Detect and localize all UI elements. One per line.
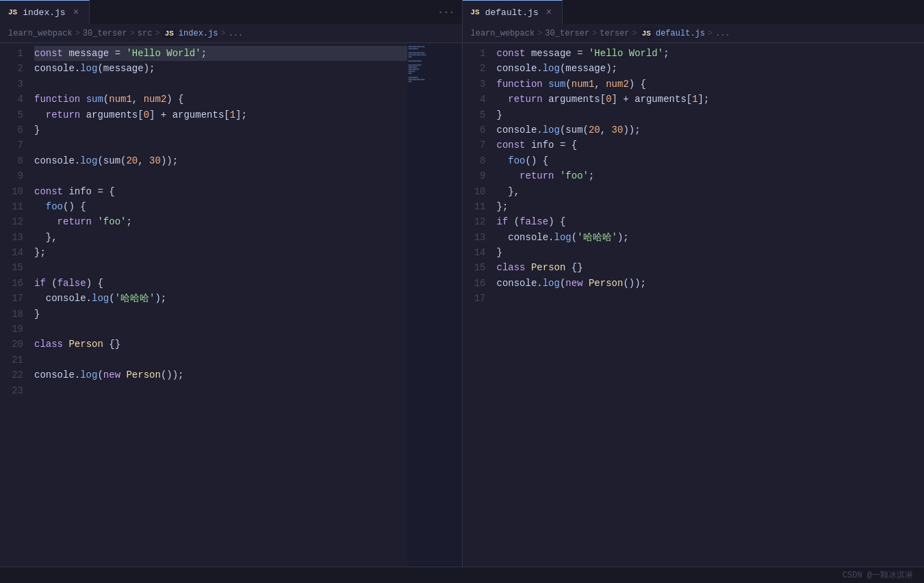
line-number: 12 — [471, 214, 486, 229]
rbc-terser: terser — [600, 29, 629, 38]
line-number: 10 — [8, 184, 23, 199]
code-line: return 'foo'; — [497, 168, 925, 183]
line-number: 12 — [8, 214, 23, 229]
line-number: 17 — [8, 291, 23, 306]
code-line: }, — [497, 184, 925, 199]
line-number: 10 — [471, 184, 486, 199]
code-line — [34, 322, 407, 337]
line-number: 7 — [8, 138, 23, 153]
code-line: if (false) { — [34, 276, 407, 291]
line-number: 14 — [8, 245, 23, 260]
code-line: if (false) { — [497, 214, 925, 229]
left-code-area[interactable]: 1234567891011121314151617181920212223 co… — [0, 43, 462, 567]
code-line: console.log('哈哈哈'); — [497, 230, 925, 245]
line-number: 4 — [471, 92, 486, 107]
rbc-learn-webpack: learn_webpack — [471, 29, 535, 38]
bc-js-icon: JS — [163, 29, 176, 38]
line-number: 1 — [471, 46, 486, 61]
code-line: } — [34, 122, 407, 138]
right-breadcrumb: learn_webpack > 30_terser > terser > JS … — [463, 24, 925, 43]
line-number: 18 — [8, 307, 23, 322]
rbc-default-js: default.js — [656, 29, 705, 38]
watermark: CSDN @一颗冰淇淋 — [843, 569, 913, 581]
code-line: console.log('哈哈哈'); — [34, 291, 407, 306]
bc-dots: ... — [229, 29, 244, 38]
line-number: 5 — [8, 107, 23, 122]
line-number: 8 — [471, 153, 486, 168]
line-number: 22 — [8, 367, 23, 383]
code-line: return arguments[0] + arguments[1]; — [34, 107, 407, 122]
line-number: 19 — [8, 322, 23, 337]
right-line-numbers: 1234567891011121314151617 — [463, 43, 497, 567]
line-number: 13 — [8, 230, 23, 245]
tab-close-left[interactable]: × — [71, 6, 81, 18]
line-number: 9 — [471, 168, 486, 183]
bc-index-js: index.js — [179, 29, 218, 38]
code-line: console.log(sum(20, 30)); — [497, 122, 925, 138]
tab-default-js[interactable]: JS default.js × — [463, 0, 563, 24]
left-line-numbers: 1234567891011121314151617181920212223 — [0, 43, 34, 567]
js-icon-left-tab: JS — [8, 8, 17, 16]
tab-more-button[interactable]: ··· — [431, 0, 461, 24]
code-line — [34, 260, 407, 275]
line-number: 20 — [8, 337, 23, 352]
line-number: 13 — [471, 230, 486, 245]
code-line: console.log(sum(20, 30)); — [34, 153, 407, 168]
line-number: 16 — [8, 276, 23, 291]
line-number: 4 — [8, 92, 23, 107]
code-line: }; — [34, 245, 407, 260]
code-line: console.log(new Person()); — [497, 276, 925, 291]
line-number: 11 — [8, 199, 23, 214]
line-number: 5 — [471, 107, 486, 122]
code-line — [34, 77, 407, 92]
line-number: 8 — [8, 153, 23, 168]
code-line: } — [497, 245, 925, 260]
rbc-30-terser: 30_terser — [545, 29, 589, 38]
code-line: console.log(new Person()); — [34, 367, 407, 383]
tab-close-right[interactable]: × — [544, 6, 554, 18]
code-line — [497, 291, 925, 306]
code-line: foo() { — [34, 199, 407, 214]
code-line: }; — [497, 199, 925, 214]
code-line: console.log(message); — [497, 61, 925, 76]
code-line: const info = { — [497, 138, 925, 153]
line-number: 23 — [8, 383, 23, 398]
line-number: 14 — [471, 245, 486, 260]
code-line: console.log(message); — [34, 61, 407, 76]
code-line — [34, 168, 407, 183]
right-editor-pane: learn_webpack > 30_terser > terser > JS … — [463, 24, 925, 567]
line-number: 11 — [471, 199, 486, 214]
left-code-lines: const message = 'Hello World';console.lo… — [34, 43, 407, 567]
line-number: 9 — [8, 168, 23, 183]
rbc-js-icon: JS — [640, 29, 653, 38]
code-line: const info = { — [34, 184, 407, 199]
line-number: 3 — [471, 77, 486, 92]
line-number: 21 — [8, 352, 23, 367]
tab-label-left: index.js — [23, 8, 65, 18]
line-number: 3 — [8, 77, 23, 92]
code-line: class Person {} — [34, 337, 407, 352]
code-line — [34, 138, 407, 153]
code-line: } — [497, 107, 925, 122]
code-line: const message = 'Hello World'; — [497, 46, 925, 61]
right-code-area[interactable]: 1234567891011121314151617 const message … — [463, 43, 925, 567]
line-number: 7 — [471, 138, 486, 153]
line-number: 15 — [8, 260, 23, 275]
editors-split: learn_webpack > 30_terser > src > JS ind… — [0, 24, 924, 567]
line-number: 17 — [471, 291, 486, 306]
line-number: 1 — [8, 46, 23, 61]
code-line: function sum(num1, num2) { — [34, 92, 407, 107]
bc-src: src — [138, 29, 153, 38]
rbc-dots: ... — [715, 29, 730, 38]
tab-index-js[interactable]: JS index.js × — [0, 0, 90, 24]
line-number: 2 — [8, 61, 23, 76]
tab-label-right: default.js — [485, 8, 539, 18]
bc-learn-webpack: learn_webpack — [8, 29, 73, 38]
status-bar: CSDN @一颗冰淇淋 — [0, 567, 924, 583]
left-minimap: ████████████████████ ████████████ ██████… — [407, 43, 462, 567]
js-icon-right-tab: JS — [471, 8, 480, 16]
code-line: }, — [34, 230, 407, 245]
code-line: return 'foo'; — [34, 214, 407, 229]
bc-30-terser: 30_terser — [83, 29, 127, 38]
code-line: } — [34, 307, 407, 322]
